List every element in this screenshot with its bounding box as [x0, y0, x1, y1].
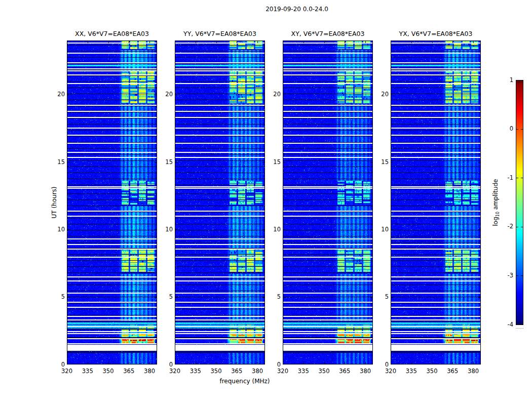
colorbar-tick-label: -2 [499, 223, 513, 230]
x-tick-label: 365 [447, 368, 458, 375]
x-tick-label: 335 [190, 368, 201, 375]
colorbar-tick-label: -1 [499, 175, 513, 181]
y-tick-label: 0 [50, 361, 65, 368]
y-axis-label: UT (hours) [51, 186, 58, 218]
x-tick-label: 380 [468, 368, 479, 375]
x-tick-label: 350 [211, 368, 222, 375]
x-axis-label: frequency (MHz) [219, 378, 270, 385]
x-tick-label: 320 [385, 368, 396, 375]
spectrogram-canvas-yx [391, 40, 481, 364]
x-tick-label: 350 [427, 368, 438, 375]
x-tick-label: 350 [103, 368, 114, 375]
colorbar-label: log10 amplitude [492, 179, 500, 226]
y-tick-label: 10 [158, 226, 173, 233]
colorbar-tick-label: -4 [499, 321, 513, 328]
figure-title: 2019-09-20 0.0-24.0 [265, 6, 328, 13]
x-tick-label: 365 [231, 368, 242, 375]
y-tick-label: 20 [50, 91, 65, 98]
spectrogram-panel-yy: YY, V6*V7=EA08*EA03320335350365380051015… [175, 40, 265, 364]
y-tick-label: 15 [265, 159, 281, 166]
y-tick-label: 20 [158, 91, 173, 98]
y-tick-label: 10 [265, 226, 281, 233]
y-tick-label: 5 [158, 294, 173, 300]
y-tick-label: 0 [373, 361, 389, 368]
x-tick-label: 335 [82, 368, 93, 375]
y-tick-label: 15 [50, 159, 65, 166]
y-tick-label: 15 [373, 159, 389, 166]
y-tick-label: 20 [265, 91, 281, 98]
colorbar: 10-1-2-3-4 [516, 80, 523, 329]
y-tick-label: 5 [50, 294, 65, 300]
x-tick-label: 380 [252, 368, 263, 375]
y-tick-label: 0 [265, 361, 281, 368]
spectrogram-panel-xx: XX, V6*V7=EA08*EA03320335350365380051015… [67, 40, 157, 364]
spectrogram-canvas-xx [67, 40, 157, 364]
y-tick-label: 10 [50, 226, 65, 233]
colorbar-tick-label: 0 [499, 126, 513, 132]
colorbar-gradient [516, 80, 523, 329]
x-tick-label: 350 [319, 368, 330, 375]
colorbar-tick-label: -3 [499, 272, 513, 279]
panel-title-yy: YY, V6*V7=EA08*EA03 [183, 30, 256, 37]
x-tick-label: 320 [277, 368, 288, 375]
spectrogram-canvas-yy [175, 40, 265, 364]
panel-title-xx: XX, V6*V7=EA08*EA03 [75, 30, 149, 37]
x-tick-label: 365 [123, 368, 134, 375]
spectrogram-canvas-xy [283, 40, 373, 364]
y-tick-label: 5 [373, 294, 389, 300]
x-tick-label: 365 [339, 368, 350, 375]
y-tick-label: 10 [373, 226, 389, 233]
figure: 2019-09-20 0.0-24.0 UT (hours) frequency… [0, 0, 532, 405]
y-tick-label: 5 [265, 294, 281, 300]
y-tick-label: 0 [158, 361, 173, 368]
x-tick-label: 320 [169, 368, 180, 375]
spectrogram-panel-xy: XY, V6*V7=EA08*EA03320335350365380051015… [283, 40, 373, 364]
panel-title-yx: YX, V6*V7=EA08*EA03 [399, 30, 473, 37]
x-tick-label: 380 [144, 368, 155, 375]
x-tick-label: 380 [360, 368, 371, 375]
x-tick-label: 320 [61, 368, 72, 375]
y-tick-label: 15 [158, 159, 173, 166]
spectrogram-panel-yx: YX, V6*V7=EA08*EA03320335350365380051015… [391, 40, 481, 364]
colorbar-tick-label: 1 [499, 77, 513, 84]
x-tick-label: 335 [406, 368, 417, 375]
panel-title-xy: XY, V6*V7=EA08*EA03 [291, 30, 365, 37]
y-tick-label: 20 [373, 91, 389, 98]
x-tick-label: 335 [298, 368, 309, 375]
